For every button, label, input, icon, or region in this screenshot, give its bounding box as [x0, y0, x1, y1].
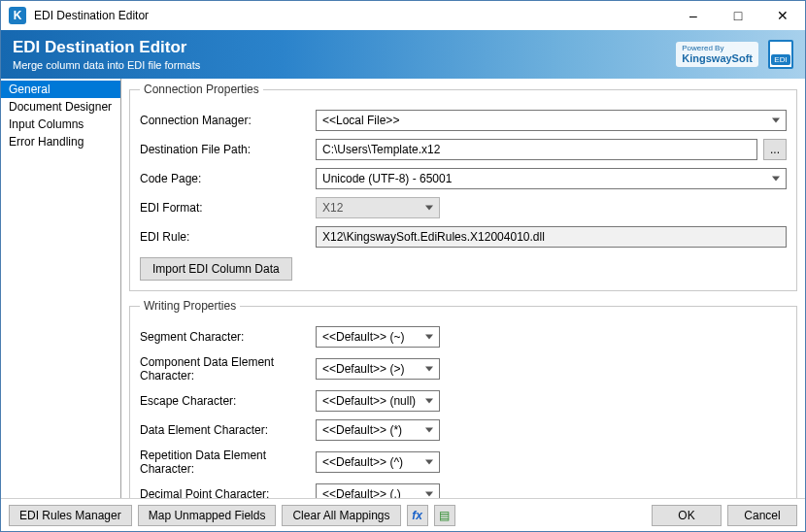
logo-powered-by: Powered By [682, 45, 753, 52]
footer: EDI Rules Manager Map Unmapped Fields Cl… [1, 498, 805, 531]
sidebar: General Document Designer Input Columns … [1, 79, 121, 498]
data-elem-label: Data Element Character: [140, 423, 310, 437]
clear-all-mappings-button[interactable]: Clear All Mappings [282, 505, 400, 526]
sidebar-item-error-handling[interactable]: Error Handling [1, 133, 120, 150]
sidebar-item-input-columns[interactable]: Input Columns [1, 116, 120, 133]
writing-properties: Writing Properties Segment Character: <<… [129, 299, 797, 498]
minimize-button[interactable]: – [671, 1, 716, 30]
escape-char-select[interactable]: <<Default>> (null) [316, 390, 440, 412]
connection-properties: Connection Properties Connection Manager… [129, 83, 797, 291]
window-title: EDI Destination Editor [34, 9, 671, 22]
code-page-select[interactable]: Unicode (UTF-8) - 65001 [316, 168, 787, 189]
component-data-elem-label: Component Data Element Character: [140, 355, 310, 382]
fx-icon: fx [412, 509, 422, 522]
window-controls: – □ ✕ [671, 1, 805, 30]
logo-name: KingswaySoft [682, 52, 753, 64]
edi-file-icon: EDI [768, 40, 793, 69]
edi-badge-label: EDI [771, 54, 789, 65]
repetition-data-elem-select[interactable]: <<Default>> (^) [316, 451, 440, 473]
edi-format-select: X12 [316, 197, 440, 218]
writing-legend: Writing Properties [140, 299, 240, 313]
data-elem-select[interactable]: <<Default>> (*) [316, 419, 440, 441]
destination-path-input[interactable] [316, 139, 757, 160]
content: General Document Designer Input Columns … [1, 79, 805, 498]
connection-manager-label: Connection Manager: [140, 114, 310, 127]
browse-button[interactable]: ... [763, 139, 787, 160]
connection-manager-select[interactable]: <<Local File>> [316, 110, 787, 131]
column-icon-button[interactable]: ▤ [434, 505, 455, 526]
sidebar-item-general[interactable]: General [1, 81, 120, 98]
banner: EDI Destination Editor Merge column data… [1, 30, 805, 79]
segment-char-label: Segment Character: [140, 330, 310, 344]
segment-char-select[interactable]: <<Default>> (~) [316, 326, 440, 348]
repetition-data-elem-label: Repetition Data Element Character: [140, 449, 310, 476]
edi-format-label: EDI Format: [140, 201, 310, 215]
banner-title: EDI Destination Editor [13, 38, 676, 57]
connection-legend: Connection Properties [140, 83, 263, 96]
window: K EDI Destination Editor – □ ✕ EDI Desti… [0, 0, 806, 532]
component-data-elem-select[interactable]: <<Default>> (>) [316, 358, 440, 380]
expression-icon-button[interactable]: fx [407, 505, 428, 526]
kingswaysoft-logo: Powered By KingswaySoft [676, 42, 758, 67]
banner-logo: Powered By KingswaySoft EDI [676, 40, 793, 69]
escape-char-label: Escape Character: [140, 394, 310, 408]
banner-text: EDI Destination Editor Merge column data… [13, 38, 676, 71]
columns-icon: ▤ [439, 509, 450, 522]
ok-button[interactable]: OK [652, 505, 722, 526]
decimal-point-select[interactable]: <<Default>> (.) [316, 483, 440, 498]
cancel-button[interactable]: Cancel [727, 505, 797, 526]
code-page-label: Code Page: [140, 172, 310, 185]
edi-rules-manager-button[interactable]: EDI Rules Manager [9, 505, 132, 526]
edi-rule-label: EDI Rule: [140, 230, 310, 244]
close-button[interactable]: ✕ [760, 1, 805, 30]
destination-path-label: Destination File Path: [140, 143, 310, 156]
decimal-point-label: Decimal Point Character: [140, 487, 310, 498]
edi-rule-input [316, 226, 787, 248]
titlebar: K EDI Destination Editor – □ ✕ [1, 1, 805, 30]
import-edi-column-data-button[interactable]: Import EDI Column Data [140, 257, 292, 281]
maximize-button[interactable]: □ [716, 1, 760, 30]
app-icon: K [9, 7, 26, 24]
map-unmapped-fields-button[interactable]: Map Unmapped Fields [138, 505, 277, 526]
sidebar-item-document-designer[interactable]: Document Designer [1, 98, 120, 116]
banner-subtitle: Merge column data into EDI file formats [13, 59, 676, 71]
main-panel: Connection Properties Connection Manager… [121, 79, 805, 498]
